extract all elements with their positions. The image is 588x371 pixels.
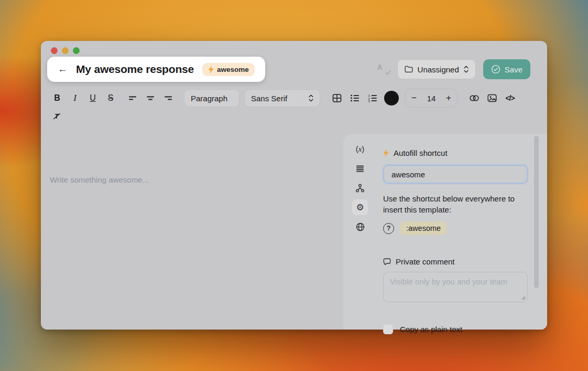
clear-formatting-icon: T (52, 111, 62, 121)
formatting-toolbar-row2: T (50, 108, 64, 124)
zoom-window-button[interactable] (73, 47, 80, 54)
shortcut-badge[interactable]: awesome (202, 63, 255, 76)
template-body-editor[interactable]: Write something awesome... (41, 126, 343, 330)
align-right-icon (164, 95, 172, 101)
save-button[interactable]: Save (483, 59, 530, 79)
content-blocks-icon (356, 165, 364, 172)
languages-tab[interactable] (352, 219, 368, 235)
copy-plain-text-checkbox[interactable] (383, 324, 393, 334)
languages-globe-icon (356, 222, 365, 231)
settings-tab[interactable]: ⚙ (352, 199, 368, 215)
font-size-value: 14 (422, 94, 440, 103)
close-window-button[interactable] (51, 47, 58, 54)
help-question-icon[interactable]: ? (383, 223, 394, 234)
chevron-updown-icon (309, 94, 313, 102)
folder-icon (405, 66, 413, 73)
panel-scrollbar[interactable] (534, 136, 539, 288)
back-arrow-icon[interactable]: ← (58, 63, 68, 75)
bullet-list-button[interactable] (347, 90, 362, 107)
table-icon (332, 93, 342, 103)
settings-gear-icon: ⚙ (356, 203, 364, 212)
copy-plain-text-row: Copy as plain text (383, 324, 528, 334)
variables-tab[interactable]: (x) (352, 141, 368, 157)
code-view-button[interactable]: </> (503, 90, 517, 107)
bolt-icon (208, 66, 214, 73)
font-family-value: Sans Serif (251, 94, 287, 103)
insert-table-button[interactable] (330, 90, 344, 107)
text-color-picker[interactable] (384, 91, 399, 105)
traffic-lights (51, 47, 80, 54)
resize-handle-icon[interactable] (521, 295, 526, 300)
decrease-font-size-button[interactable]: − (406, 89, 422, 107)
private-comment-label: Private comment (396, 257, 455, 266)
shortcut-badge-label: awesome (217, 66, 249, 73)
workflow-tab[interactable] (352, 180, 368, 196)
svg-text:3: 3 (368, 100, 371, 102)
paragraph-style-select[interactable]: Paragraph (184, 89, 239, 107)
autofill-shortcut-input[interactable] (383, 165, 528, 184)
strikethrough-button[interactable]: S (103, 90, 118, 107)
chevron-updown-icon (464, 66, 469, 73)
numbered-list-button[interactable]: 123 (365, 90, 380, 107)
insert-image-button[interactable] (485, 90, 499, 107)
minimize-window-button[interactable] (62, 47, 69, 54)
header-actions: A Unassigned Save (377, 59, 530, 79)
link-icon (469, 94, 480, 102)
private-comment-label-row: Private comment (383, 257, 528, 266)
autofill-shortcut-label: Autofill shortcut (394, 149, 448, 157)
folder-select-value: Unassigned (418, 65, 459, 74)
panel-icon-rail: (x) ⚙ (343, 141, 377, 235)
shortcut-chip-row: ? :awesome (383, 221, 528, 235)
private-comment-box (383, 272, 528, 302)
title-bar-card: ← My awesome response awesome (47, 57, 265, 82)
insert-link-button[interactable] (467, 90, 482, 107)
variables-icon: (x) (356, 144, 365, 154)
copy-plain-text-label: Copy as plain text (400, 325, 462, 334)
autofill-shortcut-label-row: Autofill shortcut (383, 149, 528, 157)
align-center-button[interactable] (143, 90, 158, 107)
save-button-label: Save (505, 65, 522, 74)
numbered-list-icon: 123 (368, 94, 377, 102)
italic-button[interactable]: I (68, 90, 82, 107)
bullet-list-icon (350, 94, 360, 102)
check-circle-icon (491, 65, 500, 74)
align-center-icon (146, 95, 155, 101)
spellcheck-icon[interactable]: A (377, 63, 390, 76)
shortcut-help-text: Use the shortcut below everywhere to ins… (383, 193, 528, 215)
align-right-button[interactable] (161, 90, 176, 107)
private-comment-textarea[interactable] (384, 272, 527, 302)
paragraph-style-value: Paragraph (191, 94, 227, 103)
workflow-icon (355, 184, 365, 193)
image-icon (487, 94, 497, 102)
settings-panel: (x) ⚙ Autofill shortcut Use the shortcut… (343, 134, 547, 330)
template-editor-window: ← My awesome response awesome A Unassign… (41, 41, 547, 330)
formatting-toolbar: B I U S Paragraph Sans Serif 123 − 14 + … (50, 89, 538, 108)
shortcut-chip: :awesome (400, 221, 447, 235)
increase-font-size-button[interactable]: + (440, 89, 457, 107)
editor-placeholder: Write something awesome... (50, 175, 149, 184)
font-family-select[interactable]: Sans Serif (244, 89, 320, 107)
bold-button[interactable]: B (50, 90, 64, 107)
content-blocks-tab[interactable] (352, 161, 368, 176)
align-left-button[interactable] (125, 90, 140, 107)
comment-bubble-icon (383, 258, 391, 266)
panel-content: Autofill shortcut Use the shortcut below… (383, 134, 528, 334)
font-size-stepper: − 14 + (405, 89, 458, 108)
clear-formatting-button[interactable]: T (50, 108, 64, 124)
folder-select[interactable]: Unassigned (397, 59, 476, 79)
page-title: My awesome response (76, 63, 194, 76)
align-left-icon (128, 95, 137, 101)
underline-button[interactable]: U (85, 90, 100, 107)
bolt-icon (383, 149, 389, 157)
